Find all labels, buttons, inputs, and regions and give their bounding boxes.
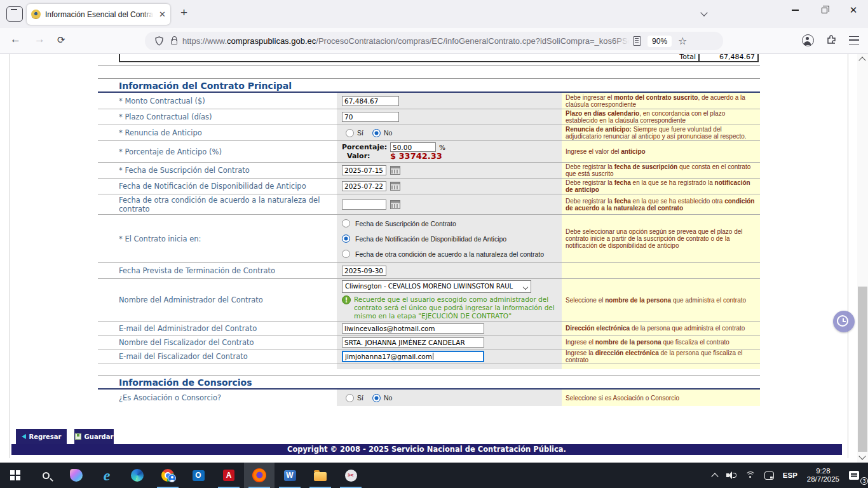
form-row-fsuscripcion: * Fecha de Suscripción del Contrato2025-…	[98, 162, 760, 178]
inicia-radio-0[interactable]	[342, 219, 350, 227]
speaker-icon	[726, 471, 736, 480]
back-arrow-icon	[22, 434, 26, 439]
plazo-input[interactable]: 70	[342, 112, 399, 122]
field-help: Ingrese la dirección electrónica de la p…	[562, 349, 760, 363]
url-text: https://www.compraspublicas.gob.ec/Proce…	[182, 36, 632, 46]
porcentaje-input[interactable]: 50.00	[390, 142, 436, 152]
tray-show-hidden-icons[interactable]	[708, 463, 722, 488]
taskbar-acrobat-button[interactable]: A	[214, 463, 244, 488]
firefox-view-button[interactable]	[6, 6, 23, 22]
windows-logo-icon	[10, 470, 20, 480]
file-explorer-icon	[314, 472, 327, 481]
inicia-radio-1[interactable]	[342, 234, 350, 243]
field-help: Plazo en días calendario, en concordanci…	[562, 109, 760, 125]
window-minimize-button[interactable]	[780, 0, 810, 20]
extensions-puzzle-icon[interactable]	[826, 34, 837, 45]
field-help: Debe seleccionar una opción según se pre…	[562, 215, 760, 262]
emailfisc-input[interactable]: jimjohanna17@gmail.com	[342, 351, 484, 362]
tray-language[interactable]: ESP	[778, 463, 802, 488]
field-help: Renuncia de anticipo: Siempre que fuere …	[562, 125, 760, 140]
copilot-icon	[70, 469, 83, 482]
tray-date: 28/7/2025	[807, 475, 839, 484]
field-label: * Porcentaje de Anticipo (%)	[98, 146, 337, 158]
taskbar-internet-explorer-button[interactable]: e	[92, 463, 122, 488]
field-help: Seleccione el nombre de la persona que a…	[562, 279, 760, 321]
total-row: Total 67,484.67	[119, 54, 759, 62]
renuncia-radio-no[interactable]	[372, 129, 381, 137]
bookmark-star-icon[interactable]: ☆	[678, 35, 687, 47]
taskbar-file-explorer-button[interactable]	[305, 463, 336, 488]
browser-tab[interactable]: Información Esencial del Contra ✕	[27, 4, 170, 25]
menu-hamburger-icon[interactable]	[849, 36, 859, 44]
tray-time: 9:28	[807, 467, 839, 475]
vertical-scrollbar[interactable]	[857, 54, 868, 463]
scroll-up-arrow-icon[interactable]	[858, 57, 865, 64]
back-button[interactable]: ←	[10, 33, 21, 46]
tray-wifi[interactable]	[741, 463, 760, 488]
fsuscripcion-input[interactable]: 2025-07-15	[342, 165, 386, 175]
address-bar[interactable]: https://www.compraspublicas.gob.ec/Proce…	[145, 32, 723, 50]
zoom-level-chip[interactable]: 90%	[648, 36, 672, 47]
fprevista-input[interactable]: 2025-09-30	[342, 266, 386, 276]
taskbar-firefox-button[interactable]	[244, 463, 275, 488]
field-help: Seleccione si es Asociación o Consorcio	[562, 390, 760, 406]
fnotificacion-input[interactable]: 2025-07-22	[342, 181, 386, 191]
reader-mode-icon[interactable]	[633, 36, 641, 46]
field-label: * El Contrato inicia en:	[98, 233, 337, 245]
list-tabs-chevron-icon[interactable]	[702, 10, 709, 18]
page-viewport: Total 67,484.67 Información del Contrato…	[0, 54, 868, 463]
edge-icon	[131, 469, 144, 482]
form-row-fprevista: Fecha Prevista de Terminación de Contrat…	[98, 262, 760, 278]
calendar-icon[interactable]	[390, 200, 400, 209]
guardar-button[interactable]: Guardar	[74, 429, 114, 444]
field-help: Ingrese el nombre de la persona que fisc…	[562, 336, 760, 349]
taskbar-search-button[interactable]	[31, 463, 61, 488]
start-button[interactable]	[0, 463, 31, 488]
lock-icon[interactable]	[171, 39, 177, 44]
system-tray: ESP 9:2828/7/2025 3	[708, 463, 868, 488]
taskbar-edge-button[interactable]	[122, 463, 153, 488]
scroll-down-arrow-icon[interactable]	[858, 452, 865, 459]
tab-close-icon[interactable]: ✕	[159, 10, 166, 19]
regresar-button[interactable]: Regresar	[16, 429, 67, 444]
monto-input[interactable]: 67,484.67	[342, 96, 399, 106]
emailadmin-input[interactable]: liwincevallos@hotmail.com	[342, 323, 484, 334]
browser-toolbar: ← → ⟳ https://www.compraspublicas.gob.ec…	[0, 28, 868, 54]
page-footer: Copyright © 2008 - 2025 Servicio Naciona…	[11, 444, 842, 455]
form-row-inicia: * El Contrato inicia en:Fecha de Suscrip…	[98, 214, 760, 262]
window-close-button[interactable]: ✕	[839, 0, 868, 20]
scrollbar-thumb[interactable]	[858, 287, 867, 452]
taskbar-word-button[interactable]: W	[275, 463, 305, 488]
fotra-input[interactable]	[342, 200, 386, 210]
field-label: Fecha de otra condición de acuerdo a la …	[98, 194, 337, 215]
taskbar-chrome-button[interactable]	[153, 463, 183, 488]
calendar-icon[interactable]	[390, 182, 400, 191]
consorcio-radio-no[interactable]	[372, 394, 381, 402]
taskbar-snipping-button[interactable]: ✂	[336, 463, 366, 488]
renuncia-radio-si[interactable]	[346, 129, 354, 137]
taskbar-copilot-button[interactable]	[61, 463, 92, 488]
tray-notifications[interactable]: 3	[844, 463, 868, 488]
tracking-shield-icon[interactable]	[155, 36, 163, 46]
section-title: Información del Contrato Principal	[98, 78, 760, 93]
field-label: E-mail del Fiscalizador del Contrato	[98, 351, 337, 362]
window-restore-button[interactable]	[810, 0, 839, 20]
new-tab-button[interactable]: +	[180, 6, 187, 20]
floating-clock-widget[interactable]	[833, 311, 855, 332]
nombrefisc-input[interactable]: SRTA. JOHANNA JIMÉNEZ CANDELAR	[342, 337, 484, 348]
field-help	[562, 263, 760, 278]
taskbar-outlook-button[interactable]: O	[183, 463, 214, 488]
forward-button[interactable]: →	[34, 33, 45, 46]
administrador-select[interactable]: Cliwinsgton - CEVALLOS MORENO LIWINSGTON…	[342, 280, 531, 293]
calendar-icon[interactable]	[390, 166, 400, 175]
tray-clock[interactable]: 9:2828/7/2025	[802, 463, 844, 488]
tray-snip[interactable]	[760, 463, 778, 488]
consorcio-radio-si[interactable]	[346, 394, 354, 402]
tray-volume[interactable]	[722, 463, 741, 488]
reload-button[interactable]: ⟳	[57, 34, 65, 46]
account-icon[interactable]	[802, 34, 814, 46]
field-label: Nombre del Fiscalizador del Contrato	[98, 337, 337, 348]
inicia-radio-2[interactable]	[342, 250, 350, 258]
valor-anticipo: $ 33742.33	[390, 152, 445, 161]
info-icon: !	[342, 295, 351, 304]
